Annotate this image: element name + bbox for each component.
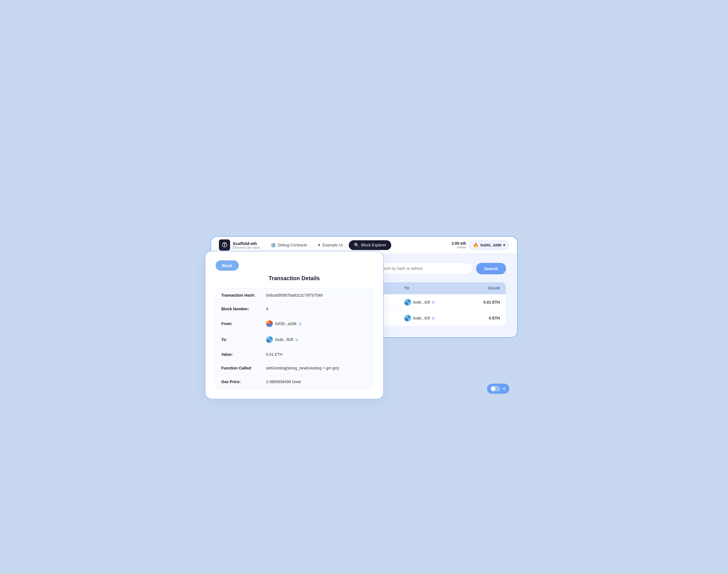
wallet-amount-block: 2.00 eth Hardat	[452, 241, 466, 249]
transaction-detail-card: Back Transaction Details Transaction Has…	[205, 251, 384, 399]
detail-row-hash: Transaction Hash: 0x8cad95687ba82c2c74f7…	[216, 289, 373, 302]
detail-label-from: From:	[222, 322, 266, 326]
nav-debug-contracts[interactable]: ⚙️ Debug Contracts	[267, 240, 311, 250]
wallet-info: 2.00 eth Hardat 🔥 0xDf2...0290 ▾	[452, 241, 509, 250]
detail-row-from: From: 0xf39...a266 ⧉	[216, 316, 373, 332]
to-avatar-2	[405, 315, 411, 322]
detail-value-to: 0xde...f63f ⧉	[266, 336, 298, 343]
detail-row-block: Block Number: 4	[216, 302, 373, 316]
detail-value-gas: 2.0865936498 Gwei	[266, 379, 301, 384]
detail-value-from: 0xf39...a266 ⧉	[266, 320, 302, 327]
chevron-down-icon: ▾	[503, 243, 505, 247]
detail-label-block: Block Number:	[222, 307, 266, 311]
detail-label-to: To:	[222, 337, 266, 342]
wallet-eth: 2.00 eth	[452, 241, 466, 246]
logo-text: Scaffold-eth Ethereum dev stack	[233, 241, 260, 249]
toggle-container: ☀	[487, 384, 509, 394]
detail-from-avatar	[266, 320, 273, 327]
detail-title: Transaction Details	[216, 275, 373, 282]
detail-inner: Transaction Hash: 0x8cad95687ba82c2c74f7…	[216, 288, 373, 389]
detail-to-avatar	[266, 336, 273, 343]
wallet-address-label: 0xDf2...0290	[480, 243, 501, 247]
app-subtitle: Ethereum dev stack	[233, 246, 260, 249]
detail-label-function: Function Called:	[222, 366, 266, 370]
detail-value-value: 0.01 ETH	[266, 352, 282, 357]
detail-value-function: setGreeting(string_newGreeting = gm gm)	[266, 366, 339, 370]
search-input-wrapper	[372, 262, 473, 274]
detail-value-block: 4	[266, 307, 268, 311]
logo-block: Ⓣ Scaffold-eth Ethereum dev stack	[219, 239, 260, 251]
detail-label-hash: Transaction Hash:	[222, 293, 266, 297]
copy-detail-to-icon[interactable]: ⧉	[296, 337, 298, 342]
copy-to-icon-1[interactable]: ⧉	[432, 300, 434, 305]
search-input[interactable]	[372, 262, 473, 274]
sparkle-icon: ✦	[317, 243, 321, 248]
detail-row-to: To: 0xde...f63f ⧉	[216, 332, 373, 348]
wallet-address-button[interactable]: 🔥 0xDf2...0290 ▾	[469, 241, 509, 250]
search-nav-icon: 🔍	[354, 243, 359, 248]
theme-toggle-button[interactable]: ☀	[487, 384, 509, 394]
toggle-track	[490, 386, 500, 392]
tx-to-2: 0xde...63f ⧉	[405, 315, 464, 322]
flame-icon: 🔥	[473, 243, 478, 248]
sun-icon: ☀	[502, 386, 506, 392]
detail-value-hash: 0x8cad95687ba82c2c74f7b7546	[266, 293, 323, 297]
logo-icon: Ⓣ	[219, 239, 230, 251]
tx-to-1: 0xde...63f ⧉	[405, 299, 464, 305]
tx-value-1: 0.01 ETH	[466, 300, 500, 304]
copy-to-icon-2[interactable]: ⧉	[432, 316, 434, 321]
header-to: TO	[405, 286, 464, 290]
app-title: Scaffold-eth	[233, 241, 260, 246]
detail-row-gas: Gas Price: 2.0865936498 Gwei	[216, 375, 373, 388]
header-value: VALUE	[466, 286, 500, 290]
tx-value-2: 0 ETH	[466, 316, 500, 320]
detail-label-value: Value:	[222, 352, 266, 357]
detail-row-value: Value: 0.01 ETH	[216, 348, 373, 361]
toggle-thumb	[491, 386, 495, 391]
to-avatar-1	[405, 299, 411, 305]
search-button[interactable]: Search	[476, 263, 506, 274]
debug-icon: ⚙️	[271, 243, 276, 248]
wallet-network: Hardat	[452, 246, 466, 249]
detail-row-function: Function Called: setGreeting(string_newG…	[216, 361, 373, 375]
copy-detail-from-icon[interactable]: ⧉	[299, 322, 302, 326]
detail-label-gas: Gas Price:	[222, 379, 266, 384]
nav-block-explorer[interactable]: 🔍 Block Explorer	[349, 240, 391, 250]
nav-example-ui[interactable]: ✦ Example UI	[313, 240, 347, 250]
back-button[interactable]: Back	[216, 260, 239, 271]
